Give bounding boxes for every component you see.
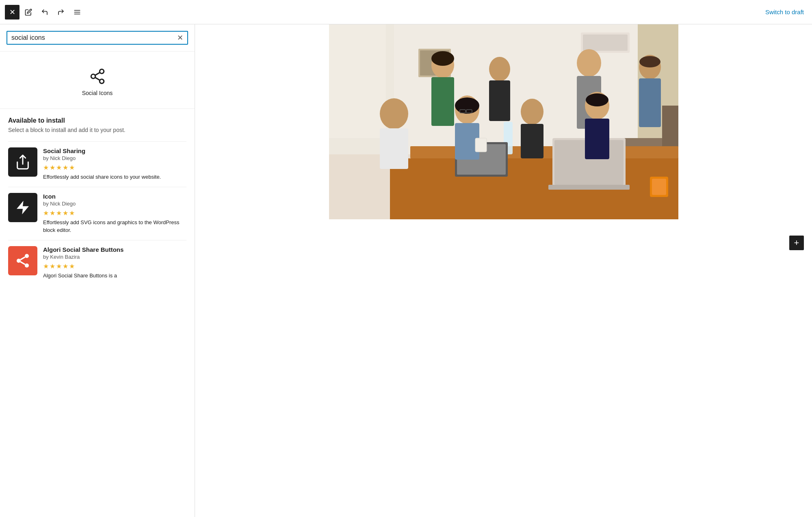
- plugin-icon-icon: [8, 193, 37, 222]
- svg-point-55: [586, 93, 608, 106]
- svg-point-44: [380, 98, 408, 129]
- search-input[interactable]: social icons: [11, 34, 177, 41]
- close-icon: ✕: [9, 8, 15, 17]
- plugin-icon-social-sharing: [8, 147, 37, 177]
- switch-to-draft-button[interactable]: Switch to draft: [765, 9, 804, 15]
- search-box: social icons ✕: [0, 24, 195, 52]
- star-4: ★: [63, 262, 68, 270]
- plugin-info-social-sharing: Social Sharing by Nick Diego ★ ★ ★ ★ ★ E…: [43, 147, 186, 181]
- star-2: ★: [50, 262, 55, 270]
- available-desc: Select a block to install and add it to …: [8, 127, 186, 133]
- plugin-author-icon: by Nick Diego: [43, 201, 186, 207]
- svg-line-13: [20, 262, 25, 264]
- plugin-desc-icon: Effortlessly add SVG icons and graphics …: [43, 218, 186, 234]
- star-3: ★: [56, 209, 62, 217]
- plugin-stars-icon: ★ ★ ★ ★ ★: [43, 209, 186, 217]
- plugin-name-algori: Algori Social Share Buttons: [43, 246, 186, 253]
- edit-icon: [25, 9, 32, 16]
- team-photo-svg: [329, 24, 678, 219]
- svg-rect-18: [329, 24, 386, 138]
- svg-point-10: [25, 254, 29, 258]
- svg-rect-45: [380, 128, 408, 169]
- plugin-item-social-sharing[interactable]: Social Sharing by Nick Diego ★ ★ ★ ★ ★ E…: [8, 141, 186, 187]
- redo-button[interactable]: [54, 5, 68, 19]
- toolbar-left: ✕: [5, 5, 84, 19]
- post-image: [329, 24, 678, 219]
- star-4: ★: [63, 209, 68, 217]
- star-4: ★: [63, 164, 68, 171]
- plugin-name-social-sharing: Social Sharing: [43, 147, 186, 154]
- svg-point-11: [17, 259, 21, 263]
- editor-content: [195, 24, 812, 219]
- right-panel: +: [195, 24, 812, 517]
- star-2: ★: [50, 164, 55, 171]
- plugin-stars-social-sharing: ★ ★ ★ ★ ★: [43, 164, 186, 171]
- svg-marker-9: [17, 201, 29, 214]
- svg-point-52: [431, 51, 454, 66]
- svg-rect-49: [521, 124, 543, 158]
- search-input-wrap: social icons ✕: [6, 31, 188, 45]
- star-1: ★: [43, 209, 49, 217]
- edit-button[interactable]: [21, 5, 36, 19]
- star-1: ★: [43, 262, 49, 270]
- toolbar-right: Switch to draft: [765, 9, 804, 16]
- svg-rect-51: [585, 119, 609, 159]
- left-panel: social icons ✕ Social Icons Availa: [0, 24, 195, 517]
- plugin-name-icon: Icon: [43, 193, 186, 200]
- plugin-author-social-sharing: by Nick Diego: [43, 155, 186, 161]
- star-5: ★: [69, 164, 75, 171]
- plugin-info-algori: Algori Social Share Buttons by Kevin Baz…: [43, 246, 186, 280]
- svg-rect-30: [548, 185, 630, 190]
- social-icons-block-icon: [89, 68, 106, 85]
- svg-rect-43: [639, 78, 661, 127]
- svg-rect-59: [475, 138, 487, 152]
- plugin-author-algori: by Kevin Bazira: [43, 254, 186, 260]
- svg-rect-22: [583, 35, 628, 51]
- undo-button[interactable]: [37, 5, 52, 19]
- svg-point-53: [455, 97, 479, 114]
- search-clear-button[interactable]: ✕: [177, 34, 183, 41]
- svg-point-12: [25, 263, 29, 267]
- svg-point-40: [577, 49, 601, 77]
- social-icons-block-result[interactable]: Social Icons: [0, 52, 195, 109]
- toolbar: ✕ Switch: [0, 0, 812, 24]
- plugin-info-icon: Icon by Nick Diego ★ ★ ★ ★ ★ Effortlessl…: [43, 193, 186, 234]
- menu-button[interactable]: [70, 5, 84, 19]
- star-3: ★: [56, 164, 62, 171]
- star-5: ★: [69, 209, 75, 217]
- close-button[interactable]: ✕: [5, 5, 19, 19]
- social-icons-block-name: Social Icons: [82, 90, 113, 96]
- menu-icon: [74, 9, 81, 16]
- svg-point-54: [522, 100, 542, 113]
- undo-icon: [41, 9, 48, 16]
- star-1: ★: [43, 164, 49, 171]
- svg-rect-61: [652, 179, 666, 195]
- svg-rect-39: [489, 80, 510, 121]
- plugin-item-icon[interactable]: Icon by Nick Diego ★ ★ ★ ★ ★ Effortlessl…: [8, 187, 186, 240]
- plugin-stars-algori: ★ ★ ★ ★ ★: [43, 262, 186, 270]
- svg-rect-26: [410, 146, 678, 158]
- svg-rect-37: [431, 77, 454, 126]
- available-section: Available to install Select a block to i…: [0, 109, 195, 285]
- plugin-item-algori[interactable]: Algori Social Share Buttons by Kevin Baz…: [8, 240, 186, 286]
- clear-icon: ✕: [177, 34, 183, 42]
- main-layout: social icons ✕ Social Icons Availa: [0, 24, 812, 517]
- svg-rect-27: [390, 158, 678, 219]
- star-2: ★: [50, 209, 55, 217]
- add-block-button[interactable]: +: [789, 236, 804, 250]
- star-3: ★: [56, 262, 62, 270]
- plugin-icon-algori: [8, 246, 37, 275]
- plugin-desc-social-sharing: Effortlessly add social share icons to y…: [43, 173, 186, 181]
- star-5: ★: [69, 262, 75, 270]
- svg-point-56: [639, 56, 660, 67]
- available-title: Available to install: [8, 117, 186, 124]
- add-block-icon: +: [794, 238, 799, 248]
- redo-icon: [57, 9, 65, 16]
- svg-line-7: [95, 72, 100, 75]
- svg-point-38: [489, 57, 510, 81]
- svg-line-14: [20, 257, 25, 260]
- svg-line-6: [95, 78, 100, 80]
- plugin-desc-algori: Algori Social Share Buttons is a: [43, 272, 186, 280]
